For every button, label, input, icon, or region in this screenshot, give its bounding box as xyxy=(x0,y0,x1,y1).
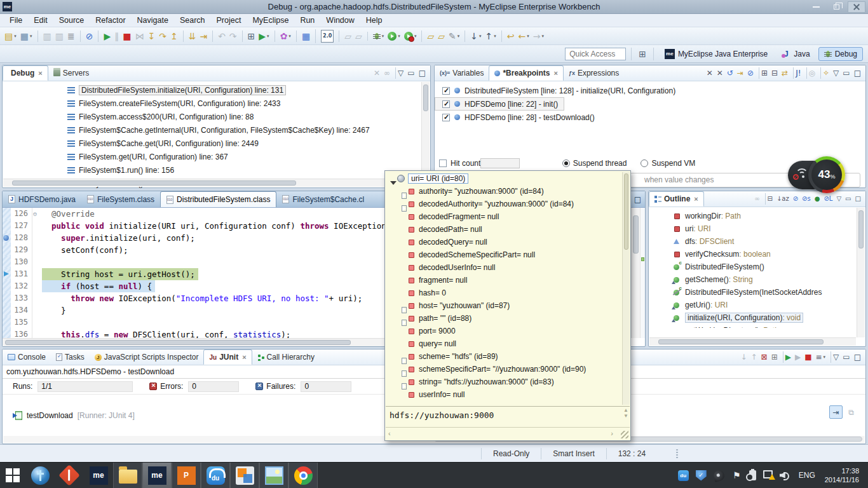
taskbar-app[interactable]: me xyxy=(84,463,113,488)
view-tab[interactable]: Console xyxy=(3,349,51,365)
variable-row[interactable]: fragment= null xyxy=(386,274,621,287)
taskbar-app[interactable]: du xyxy=(201,463,230,488)
view-tab[interactable]: Tasks xyxy=(51,349,90,365)
view-toolbar-icon[interactable]: ⊘ xyxy=(745,67,756,79)
horizontal-scrollbar[interactable] xyxy=(649,337,856,346)
outline-item[interactable]: getScheme() : String xyxy=(649,273,865,286)
breakpoint-row[interactable]: HDFSDemo [line: 22] - init() xyxy=(435,97,564,111)
outline-item[interactable]: getWorkingDirectory() : Path xyxy=(649,324,865,328)
toolbar-icon[interactable]: ↶ ▾ xyxy=(212,30,227,42)
pin-console-icon[interactable]: ⇥ xyxy=(829,405,843,419)
view-toolbar-icon[interactable]: ✕ xyxy=(705,67,715,79)
view-toolbar-icon[interactable]: □ xyxy=(853,193,863,205)
toolbar-icon[interactable]: ▾ xyxy=(386,31,402,41)
taskbar-app[interactable]: me xyxy=(142,463,172,488)
stack-frame[interactable]: FileSystem.access$200(URI, Configuration… xyxy=(3,110,430,123)
toolbar-icon[interactable]: ← ▾ xyxy=(516,30,531,42)
breakpoint-row[interactable]: DistributedFileSystem [line: 128] - init… xyxy=(435,84,865,97)
taskbar-app[interactable]: P xyxy=(172,463,201,488)
toolbar-icon[interactable]: 2.0 ▾ xyxy=(315,29,336,43)
variable-row[interactable]: userInfo= null xyxy=(386,388,621,401)
variable-row[interactable]: port= 9000 xyxy=(386,325,621,337)
annotation-ruler[interactable] xyxy=(3,232,11,244)
view-toolbar-icon[interactable]: ⇥ xyxy=(735,67,745,79)
perspective-button[interactable]: J Java xyxy=(776,47,815,61)
outline-item[interactable]: verifyChecksum : boolean xyxy=(649,248,865,261)
view-toolbar-icon[interactable]: ■ ▾ xyxy=(803,351,813,363)
view-toolbar-icon[interactable]: ▶ ▾ xyxy=(793,351,803,363)
view-tab[interactable]: Ju JUnit xyxy=(203,349,252,365)
view-toolbar-icon[interactable]: □ xyxy=(852,67,863,79)
toolbar-icon[interactable]: ▱ ▾ xyxy=(421,30,436,42)
toolbar-icon[interactable]: ↷ ▾ xyxy=(227,30,239,42)
menu-item[interactable]: Edit xyxy=(28,15,53,26)
annotation-ruler[interactable] xyxy=(3,329,11,338)
view-toolbar-icon[interactable]: ⊟ xyxy=(770,67,780,79)
outline-item[interactable]: DistributedFileSystem() xyxy=(649,261,865,273)
toolbar-icon[interactable]: ⊞ ▾ xyxy=(242,30,257,42)
close-tab-icon[interactable] xyxy=(694,195,698,203)
variable-row[interactable]: query= null xyxy=(386,337,621,350)
restore-button[interactable] xyxy=(827,1,845,13)
vertical-scrollbar[interactable] xyxy=(857,208,865,337)
annotation-ruler[interactable] xyxy=(3,208,11,220)
editor-vertical-scrollbar[interactable] xyxy=(631,208,640,338)
view-toolbar-icon[interactable]: □ xyxy=(417,67,428,79)
variable-row[interactable]: decodedSchemeSpecificPart= null xyxy=(386,248,621,261)
annotation-ruler[interactable] xyxy=(3,268,11,280)
view-toolbar-icon[interactable]: ⊘s xyxy=(800,193,813,205)
menu-item[interactable]: Navigate xyxy=(132,15,174,26)
close-tab-icon[interactable] xyxy=(242,353,246,361)
close-button[interactable] xyxy=(848,1,865,13)
view-toolbar-icon[interactable]: ⊘ xyxy=(791,193,800,205)
stack-frame[interactable]: FileSystem$Cache.get(URI, Configuration)… xyxy=(3,137,430,150)
taskbar-app[interactable] xyxy=(25,463,55,488)
suspend-thread-radio[interactable] xyxy=(562,159,570,167)
toolbar-icon[interactable]: ≣ ▾ xyxy=(65,30,77,42)
menu-item[interactable]: Source xyxy=(53,15,90,26)
toolbar-icon[interactable]: ▱ ▾ xyxy=(353,30,364,42)
annotation-ruler[interactable] xyxy=(3,244,11,256)
editor-tab[interactable]: HDFSDemo.java xyxy=(3,191,81,207)
view-toolbar-icon[interactable]: ⊟ xyxy=(765,193,775,205)
toolbar-icon[interactable]: ↩ ▾ xyxy=(501,30,517,42)
toolbar-icon[interactable]: ⇊ ▾ xyxy=(183,30,198,42)
open-console-icon[interactable]: ⧉ xyxy=(844,405,858,419)
toolbar-icon[interactable]: ▶ ▾ xyxy=(257,30,271,42)
popup-horizontal-scrollbar[interactable]: ‹› xyxy=(386,427,630,440)
view-toolbar-icon[interactable]: ✧ xyxy=(820,67,831,79)
toolbar-icon[interactable]: → ▾ xyxy=(531,30,546,42)
view-tab[interactable]: Call Hierarchy xyxy=(252,349,320,365)
vertical-scrollbar[interactable] xyxy=(421,82,430,179)
view-toolbar-icon[interactable]: ≡ ▾ xyxy=(814,351,828,363)
view-toolbar-icon[interactable]: ● xyxy=(813,193,822,205)
editor-tab[interactable]: DistributedFileSystem.class xyxy=(160,191,276,207)
taskbar-app[interactable] xyxy=(55,463,84,488)
view-tab[interactable]: Servers xyxy=(48,65,94,81)
toolbar-icon[interactable]: ▦ ▾ xyxy=(296,30,312,42)
editor-tab[interactable]: FileSystem$Cache.cl xyxy=(276,191,370,207)
resize-grip[interactable] xyxy=(621,431,628,438)
fold-marker-icon[interactable] xyxy=(32,208,41,220)
view-tab[interactable]: J JavaScript Scripts Inspector xyxy=(90,349,204,365)
annotation-ruler[interactable] xyxy=(3,292,11,304)
stack-frame[interactable]: DistributedFileSystem.initialize(URI, Co… xyxy=(3,83,430,97)
toolbar-icon[interactable]: ⊘ ▾ xyxy=(80,30,95,42)
stack-frame[interactable]: FileSystem.get(URI, Configuration) line:… xyxy=(3,150,430,163)
popup-vertical-scrollbar[interactable] xyxy=(622,172,630,405)
menu-item[interactable]: File xyxy=(4,15,28,26)
outline-item[interactable]: dfs : DFSClient xyxy=(649,235,865,248)
variable-row[interactable]: string= "hdfs://yuzhouwan:9000" (id=83) xyxy=(386,376,621,388)
tray-icon[interactable] xyxy=(696,470,707,481)
toolbar-icon[interactable]: ↓ ▾ xyxy=(465,30,483,42)
toolbar-icon[interactable]: ▥ ▾ xyxy=(53,30,65,42)
toolbar-icon[interactable]: ↧ ▾ xyxy=(146,30,157,42)
suspend-vm-radio[interactable] xyxy=(641,159,648,167)
toolbar-icon[interactable]: ▱ ▾ xyxy=(339,30,353,42)
stack-frame[interactable]: FileSystem$Cache.getInternal(URI, Config… xyxy=(3,123,430,137)
view-toolbar-icon[interactable]: ▶ ▾ xyxy=(783,351,793,363)
toolbar-icon[interactable]: ⇥ ▾ xyxy=(198,30,209,42)
view-toolbar-icon[interactable]: ↑ ▾ xyxy=(749,351,759,363)
hit-count-checkbox[interactable] xyxy=(439,159,447,167)
clock[interactable]: 17:38 2014/11/16 xyxy=(825,466,862,484)
